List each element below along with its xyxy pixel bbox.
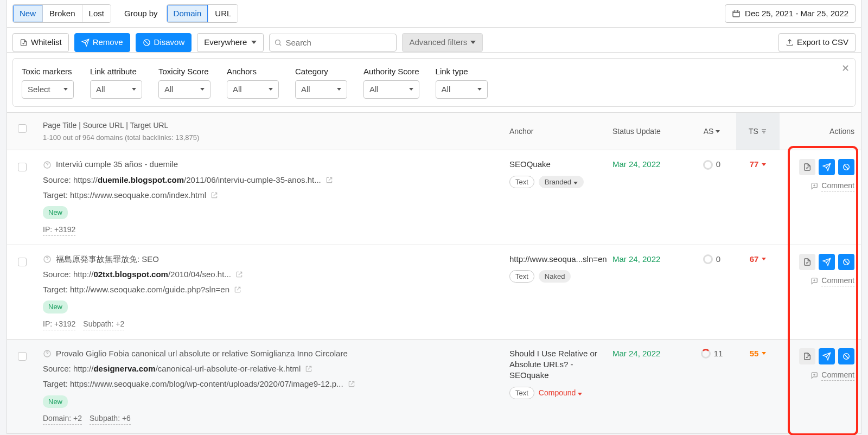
ip-badge[interactable]: IP: +3192 <box>43 319 75 330</box>
disavow-button[interactable]: Disavow <box>136 33 192 52</box>
row-remove-button[interactable] <box>819 348 835 364</box>
close-filters-icon[interactable]: ✕ <box>841 62 850 75</box>
ts-label: TS <box>749 126 758 137</box>
source-url[interactable]: http://designerva.com/canonical-url-abso… <box>73 364 303 373</box>
ts-cell[interactable]: 55 <box>736 348 780 359</box>
ts-cell[interactable]: 77 <box>736 159 780 170</box>
table-area: Page Title | Source URL | Target URL 1-1… <box>7 113 861 434</box>
chevron-down-icon <box>578 393 582 395</box>
help-icon[interactable] <box>43 255 52 264</box>
row-checkbox-cell <box>7 159 36 173</box>
comment-label: Comment <box>821 181 854 191</box>
comment-button[interactable]: Comment <box>810 276 854 286</box>
row-checkbox[interactable] <box>18 352 27 361</box>
source-line: Source: https://duemile.blogspot.com/201… <box>43 175 496 185</box>
header-as[interactable]: AS <box>687 113 736 150</box>
comment-icon <box>810 277 818 285</box>
search-box[interactable] <box>269 34 397 52</box>
ip-badge[interactable]: IP: +3192 <box>43 225 75 236</box>
search-input[interactable] <box>282 34 392 51</box>
source-url[interactable]: http://02txt.blogspot.com/2010/04/seo.ht… <box>73 270 233 279</box>
header-main[interactable]: Page Title | Source URL | Target URL 1-1… <box>36 113 503 150</box>
tab-new[interactable]: New <box>13 5 43 22</box>
calendar-icon <box>732 9 741 18</box>
external-link-icon[interactable] <box>234 286 241 293</box>
scope-dropdown[interactable]: Everywhere <box>197 33 264 52</box>
ts-cell[interactable]: 67 <box>736 254 780 265</box>
page-title[interactable]: Interviú cumple 35 años - duemile <box>56 159 178 170</box>
page-title[interactable]: 福島原発事故無罪放免: SEO <box>56 254 159 265</box>
external-link-icon[interactable] <box>235 271 243 278</box>
comment-button[interactable]: Comment <box>810 181 854 191</box>
row-meta-badges: IP: +3192Subpath: +2 <box>43 319 496 330</box>
header-status[interactable]: Status Update <box>606 113 687 150</box>
target-url[interactable]: http://www.seoquake.com/guide.php?sln=en <box>70 285 229 294</box>
row-disavow-button[interactable] <box>838 159 854 175</box>
status-cell: Mar 24, 2022 <box>606 159 687 170</box>
anchor-chip[interactable]: Naked <box>539 270 571 283</box>
tab-broken[interactable]: Broken <box>43 5 82 22</box>
anchor-chips: TextCompound <box>509 387 599 400</box>
row-disavow-button[interactable] <box>838 348 854 364</box>
comment-button[interactable]: Comment <box>810 370 854 381</box>
whitelist-button[interactable]: Whitelist <box>12 33 69 52</box>
compound-chip[interactable]: Compound <box>539 387 588 399</box>
toxic-markers-select[interactable]: Select <box>22 80 74 99</box>
help-icon[interactable] <box>43 349 52 358</box>
table-header: Page Title | Source URL | Target URL 1-1… <box>7 113 861 150</box>
group-by-domain[interactable]: Domain <box>167 5 209 22</box>
date-range-button[interactable]: Dec 25, 2021 - Mar 25, 2022 <box>725 4 856 23</box>
anchor-chip[interactable]: Branded <box>539 176 584 189</box>
row-whitelist-button[interactable] <box>799 159 815 175</box>
filter-toxic-markers: Toxic markers Select <box>22 66 74 99</box>
row-disavow-button[interactable] <box>838 254 854 270</box>
subpath-badge[interactable]: Subpath: +6 <box>90 413 131 425</box>
target-url[interactable]: https://www.seoquake.com/blog/wp-content… <box>70 379 343 388</box>
external-link-icon[interactable] <box>348 380 355 388</box>
subpath-badge[interactable]: Subpath: +2 <box>83 319 124 330</box>
anchor-chip[interactable]: Text <box>509 176 534 189</box>
select-all-checkbox[interactable] <box>18 124 27 133</box>
table-body: Interviú cumple 35 años - duemile Source… <box>7 150 861 433</box>
authority-score-select[interactable]: All <box>363 80 419 99</box>
row-whitelist-button[interactable] <box>799 348 815 364</box>
row-remove-button[interactable] <box>819 159 835 175</box>
toxicity-score-select[interactable]: All <box>158 80 210 99</box>
filter-authority-score: Authority Score All <box>363 66 419 99</box>
anchor-text: http://www.seoqua...sln=en <box>509 254 599 265</box>
header-anchor[interactable]: Anchor <box>503 113 606 150</box>
chevron-down-icon <box>477 88 482 91</box>
header-ts[interactable]: TS <box>736 113 780 150</box>
category-select[interactable]: All <box>295 80 347 99</box>
anchor-cell: SEOQuake TextBranded <box>503 159 606 188</box>
anchor-chip[interactable]: Text <box>509 270 534 283</box>
link-attribute-select[interactable]: All <box>90 80 142 99</box>
new-badge: New <box>43 206 68 219</box>
chevron-down-icon <box>470 41 476 44</box>
external-link-icon[interactable] <box>305 365 312 373</box>
row-checkbox[interactable] <box>18 258 27 266</box>
target-url[interactable]: https://www.seoquake.com/index.html <box>70 190 206 200</box>
svg-point-2 <box>276 40 280 44</box>
row-whitelist-button[interactable] <box>799 254 815 270</box>
group-by-url[interactable]: URL <box>208 5 238 22</box>
link-type-select[interactable]: All <box>436 80 488 99</box>
external-link-icon[interactable] <box>210 191 218 199</box>
help-icon[interactable] <box>43 161 52 169</box>
filter-label: Anchors <box>227 66 279 77</box>
advanced-filters-button[interactable]: Advanced filters <box>402 33 483 52</box>
as-label: AS <box>704 126 714 137</box>
page-title[interactable]: Provalo Giglio Fobia canonical url absol… <box>56 348 348 359</box>
source-url[interactable]: https://duemile.blogspot.com/2011/06/int… <box>73 175 323 184</box>
export-csv-button[interactable]: Export to CSV <box>778 33 856 52</box>
anchors-select[interactable]: All <box>227 80 279 99</box>
row-checkbox[interactable] <box>18 163 27 171</box>
anchor-chip[interactable]: Text <box>509 387 534 400</box>
group-by-options: Domain URL <box>167 4 239 23</box>
external-link-icon[interactable] <box>326 176 333 184</box>
tab-lost[interactable]: Lost <box>82 5 111 22</box>
svg-rect-0 <box>733 11 739 17</box>
row-remove-button[interactable] <box>819 254 835 270</box>
remove-button[interactable]: Remove <box>74 33 130 52</box>
domain-badge[interactable]: Domain: +2 <box>43 413 82 425</box>
